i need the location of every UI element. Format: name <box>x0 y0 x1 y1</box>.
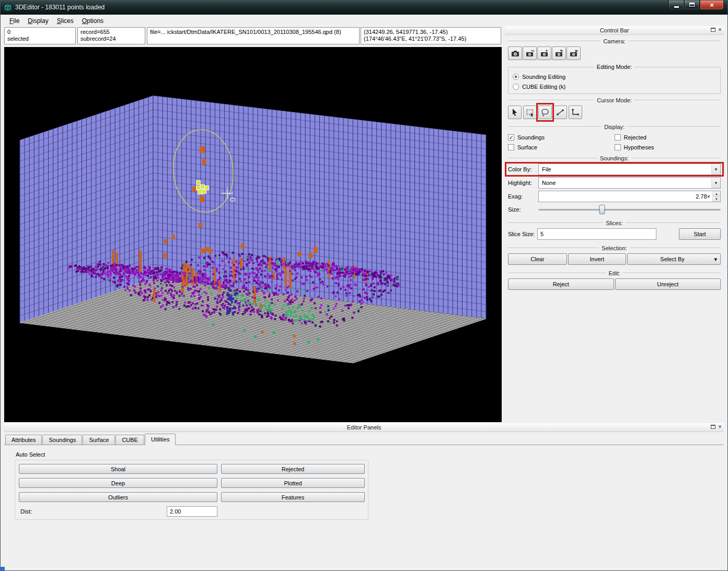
camera-home-button[interactable] <box>508 46 522 60</box>
highlight-row: Highlight: None ▾ <box>508 177 721 189</box>
outliers-button[interactable]: Outliers <box>19 492 217 502</box>
reject-button[interactable]: Reject <box>508 278 614 290</box>
cursor-lasso-select-button[interactable] <box>538 106 552 119</box>
profile-corner-icon <box>571 108 580 117</box>
checkbox-label: Surface <box>517 144 537 150</box>
checkbox-label: Soundings <box>517 134 545 141</box>
checkbox-soundings[interactable]: ✓ Soundings <box>508 134 615 141</box>
tab-cube[interactable]: CUBE <box>115 435 144 445</box>
tab-soundings[interactable]: Soundings <box>42 435 82 445</box>
checkbox-icon: ✓ <box>615 144 621 150</box>
cursor-mode-toolbar <box>508 106 721 119</box>
camera-section-label: Camera: <box>508 38 721 44</box>
menu-file[interactable]: File <box>5 16 24 26</box>
radio-sounding-editing[interactable]: Sounding Editing <box>513 72 716 81</box>
spin-up-icon[interactable]: ▲ <box>713 191 720 197</box>
check-icon: ✓ <box>509 134 513 141</box>
size-row: Size: <box>508 204 721 215</box>
cursor-slice-line-button[interactable] <box>553 106 567 119</box>
status-coords-box: (314249.26, 5419771.36, -17.45) (174°46'… <box>361 27 501 44</box>
coords-geo: (174°46'46.43"E, 41°21'07.73"S, -17.45) <box>364 36 498 42</box>
radio-icon <box>513 84 519 90</box>
checkbox-label: Hypotheses <box>624 144 654 150</box>
chevron-down-icon: ▾ <box>714 256 717 263</box>
checkbox-icon: ✓ <box>508 134 514 141</box>
camera-north-up-button[interactable] <box>552 46 566 60</box>
size-slider[interactable] <box>538 204 721 215</box>
minimize-button[interactable] <box>668 0 684 10</box>
slice-size-input[interactable] <box>537 228 656 240</box>
radio-cube-editing[interactable]: CUBE Editing (k) <box>513 81 716 91</box>
select-by-button[interactable]: Select By ▾ <box>627 253 721 265</box>
shoal-button[interactable]: Shoal <box>19 464 217 474</box>
radio-label: Sounding Editing <box>522 74 565 80</box>
rejected-button[interactable]: Rejected <box>221 464 365 474</box>
editor-panels: Editor Panels × Attributes Soundings Sur… <box>4 423 724 567</box>
slice-size-row: Slice Size: Start <box>508 228 721 240</box>
exag-label: Exag: <box>508 193 538 200</box>
close-panel-icon[interactable]: × <box>718 424 722 429</box>
cursor-pointer-button[interactable] <box>508 106 522 119</box>
features-button[interactable]: Features <box>221 492 365 502</box>
maximize-icon <box>689 3 695 7</box>
coords-utm: (314249.26, 5419771.36, -17.45) <box>364 29 498 36</box>
auto-select-label: Auto Select <box>16 451 45 458</box>
clear-button[interactable]: Clear <box>508 253 567 265</box>
plotted-button[interactable]: Plotted <box>221 478 365 488</box>
camera-toolbar <box>508 46 721 60</box>
camera-reset-icon <box>570 50 578 57</box>
camera-north-up-icon <box>555 50 563 57</box>
camera-rotate-icon <box>526 50 534 57</box>
deep-button[interactable]: Deep <box>19 478 217 488</box>
float-panel-icon[interactable] <box>711 425 715 429</box>
display-checkboxes: ✓ Soundings ✓ Rejected ✓ Surface ✓ Hypot… <box>508 134 721 150</box>
menu-slices[interactable]: Slices <box>53 16 78 26</box>
viewport-canvas[interactable] <box>4 47 502 422</box>
record-value: record=655 <box>80 29 142 36</box>
dist-input[interactable] <box>167 506 217 517</box>
radio-label: CUBE Editing (k) <box>522 84 565 90</box>
maximize-button[interactable] <box>684 0 700 10</box>
color-by-combobox[interactable]: File ▾ <box>538 164 721 175</box>
dist-label: Dist: <box>20 508 32 515</box>
cursor-profile-button[interactable] <box>569 106 582 119</box>
tab-utilities[interactable]: Utilities <box>145 434 176 445</box>
utilities-tab-content: Auto Select Shoal Deep Outliers Rejected… <box>4 445 724 567</box>
editing-mode-group: Editing Mode: Sounding Editing CUBE Edit… <box>508 67 721 94</box>
checkbox-label: Rejected <box>624 134 646 141</box>
tab-surface[interactable]: Surface <box>83 435 115 445</box>
exag-value: 2.78× <box>539 193 712 200</box>
camera-reset-button[interactable] <box>567 46 581 60</box>
cursor-mode-section-label: Cursor Mode: <box>508 97 721 103</box>
menu-options[interactable]: Options <box>78 16 108 26</box>
slider-handle[interactable] <box>599 205 605 214</box>
exag-spinbox[interactable]: 2.78× ▲ ▼ <box>538 191 721 202</box>
unreject-button[interactable]: Unreject <box>615 278 721 290</box>
cursor-rectangle-select-button[interactable] <box>523 106 537 119</box>
camera-plan-view-button[interactable] <box>537 46 551 60</box>
invert-button[interactable]: Invert <box>568 253 626 265</box>
radio-icon <box>513 74 519 80</box>
float-panel-icon[interactable] <box>711 28 715 32</box>
tab-attributes[interactable]: Attributes <box>5 435 42 445</box>
title-bar[interactable]: 3DEditor - 183011 points loaded × <box>0 0 728 15</box>
camera-rotate-button[interactable] <box>523 46 537 60</box>
status-record-box: record=655 subrecord=24 <box>77 27 145 44</box>
menu-display[interactable]: Display <box>24 16 52 26</box>
checkbox-rejected[interactable]: ✓ Rejected <box>615 134 721 141</box>
editor-tabs: Attributes Soundings Surface CUBE Utilit… <box>4 434 724 445</box>
close-button[interactable]: × <box>700 0 724 10</box>
chevron-down-icon: ▾ <box>711 164 720 174</box>
display-section-label: Display: <box>508 124 721 130</box>
highlight-combobox[interactable]: None ▾ <box>538 177 721 189</box>
spin-down-icon[interactable]: ▼ <box>713 197 720 202</box>
slice-line-icon <box>556 108 565 117</box>
start-button[interactable]: Start <box>679 228 721 240</box>
close-icon: × <box>710 1 714 9</box>
auto-select-group: Shoal Deep Outliers Rejected Plotted Fea… <box>15 460 368 520</box>
control-bar-header: Control Bar × <box>505 26 724 35</box>
checkbox-surface[interactable]: ✓ Surface <box>508 144 615 150</box>
checkbox-hypotheses[interactable]: ✓ Hypotheses <box>615 144 721 150</box>
slider-track[interactable] <box>538 209 721 211</box>
close-panel-icon[interactable]: × <box>718 27 722 32</box>
